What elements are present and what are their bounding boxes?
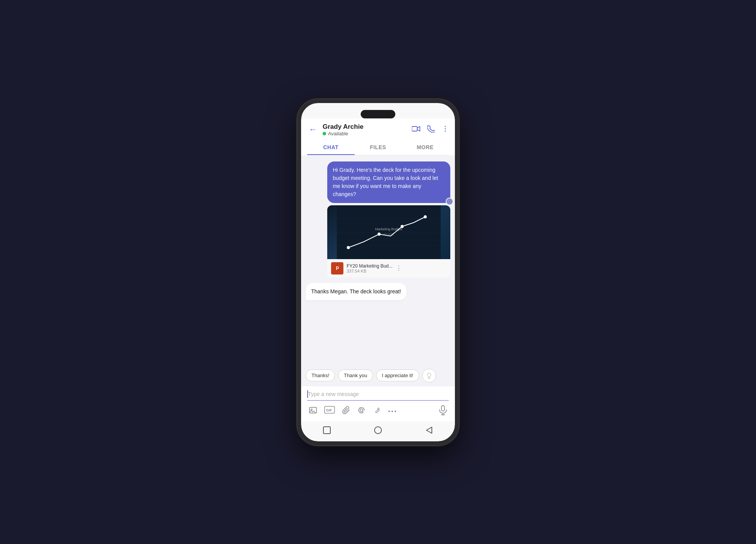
back-button-nav[interactable] (425, 426, 433, 437)
svg-point-8 (347, 246, 350, 249)
online-status-dot (323, 132, 326, 135)
smart-replies-bar: Thanks! Thank you I appreciate it! (301, 365, 455, 386)
file-details: FY20 Marketing Bud... 337.54 KB (346, 263, 392, 273)
tab-chat[interactable]: CHAT (307, 140, 355, 155)
svg-rect-22 (441, 406, 445, 411)
toolbar-icons-left: GIF (309, 406, 396, 416)
contact-info: Grady Archie Available (323, 123, 412, 136)
message-placeholder: Type a new message (308, 391, 449, 397)
ppt-icon: P (331, 262, 343, 274)
tabs-row: CHAT FILES MORE (307, 140, 449, 155)
svg-text:Marketing Budget: Marketing Budget (375, 227, 403, 231)
svg-text:GIF: GIF (326, 408, 332, 412)
back-button[interactable]: ← (307, 123, 319, 136)
bottom-nav-bar (301, 421, 455, 441)
svg-rect-0 (412, 126, 417, 131)
contact-status: Available (323, 131, 412, 136)
outgoing-bubble-wrap: Hi Grady. Here's the deck for the upcomi… (327, 161, 450, 203)
image-picker-button[interactable] (309, 406, 317, 416)
file-attachment[interactable]: Marketing Budget FY 2020 P FY20 Marketin… (327, 205, 450, 278)
file-size: 337.54 KB (346, 269, 392, 273)
header-icons (412, 125, 449, 135)
more-options-button[interactable] (442, 125, 449, 134)
file-info-row: P FY20 Marketing Bud... 337.54 KB ⋮ (327, 259, 450, 278)
svg-point-2 (445, 128, 446, 129)
svg-point-18 (360, 409, 363, 411)
microphone-button[interactable] (439, 405, 447, 418)
smart-reply-thank-you[interactable]: Thank you (338, 369, 373, 381)
messages-area: Hi Grady. Here's the deck for the upcomi… (301, 155, 455, 365)
svg-point-1 (445, 126, 446, 127)
svg-rect-25 (323, 427, 330, 434)
svg-point-19 (388, 411, 390, 412)
svg-point-9 (378, 233, 381, 236)
header-row: ← Grady Archie Available (307, 123, 449, 136)
chart-graphic: Marketing Budget FY 2020 (327, 205, 450, 259)
status-text: Available (328, 131, 348, 136)
more-toolbar-button[interactable] (388, 406, 396, 416)
file-menu-button[interactable]: ⋮ (396, 265, 402, 272)
smart-reply-appreciate[interactable]: I appreciate it! (376, 369, 419, 381)
contact-name: Grady Archie (323, 123, 412, 131)
reaction-indicator (446, 198, 453, 205)
phone-screen: ← Grady Archie Available (301, 103, 455, 441)
tab-more[interactable]: MORE (401, 140, 449, 155)
svg-point-3 (445, 130, 446, 131)
svg-point-15 (311, 409, 313, 410)
tab-files[interactable]: FILES (355, 140, 402, 155)
svg-point-26 (375, 427, 381, 434)
file-name: FY20 Marketing Bud... (346, 263, 392, 269)
outgoing-bubble: Hi Grady. Here's the deck for the upcomi… (327, 161, 450, 203)
video-call-button[interactable] (412, 126, 420, 134)
smart-reply-more-button[interactable] (422, 369, 436, 383)
message-input-row[interactable]: Type a new message (307, 390, 449, 401)
chat-header: ← Grady Archie Available (301, 118, 455, 155)
attachment-button[interactable] (342, 406, 350, 416)
file-preview-image: Marketing Budget FY 2020 (327, 205, 450, 259)
svg-point-11 (424, 215, 427, 218)
recent-apps-button[interactable] (323, 426, 331, 437)
phone-call-button[interactable] (427, 125, 435, 135)
input-toolbar: GIF (307, 405, 449, 418)
message-outgoing: Hi Grady. Here's the deck for the upcomi… (327, 161, 450, 278)
gif-button[interactable]: GIF (324, 406, 335, 416)
status-bar (301, 103, 455, 118)
home-button[interactable] (374, 426, 382, 437)
message-incoming: Thanks Megan. The deck looks great! (306, 283, 406, 300)
svg-text:FY 2020: FY 2020 (384, 233, 394, 236)
svg-point-21 (395, 411, 396, 412)
camera-notch (361, 110, 395, 118)
mention-button[interactable] (357, 406, 366, 416)
svg-marker-27 (426, 427, 432, 433)
message-input-area: Type a new message GIF (301, 386, 455, 421)
incoming-bubble: Thanks Megan. The deck looks great! (306, 283, 406, 300)
svg-point-20 (391, 411, 393, 412)
phone-device: ← Grady Archie Available (297, 99, 459, 445)
svg-rect-14 (310, 408, 316, 413)
smart-reply-thanks[interactable]: Thanks! (306, 369, 335, 381)
pen-button[interactable] (373, 406, 381, 416)
